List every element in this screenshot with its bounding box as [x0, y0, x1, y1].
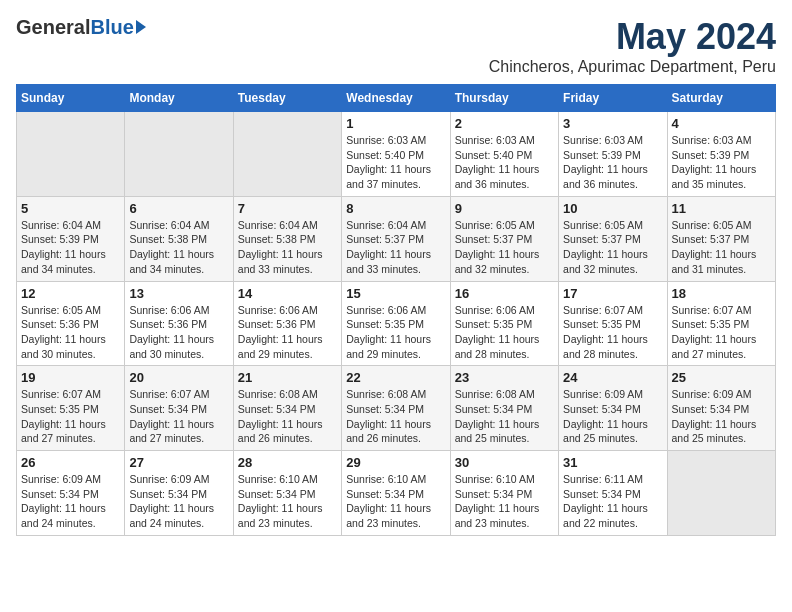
- calendar-cell: 2Sunrise: 6:03 AM Sunset: 5:40 PM Daylig…: [450, 112, 558, 197]
- day-info: Sunrise: 6:03 AM Sunset: 5:40 PM Dayligh…: [455, 133, 554, 192]
- calendar-cell: 31Sunrise: 6:11 AM Sunset: 5:34 PM Dayli…: [559, 451, 667, 536]
- day-info: Sunrise: 6:03 AM Sunset: 5:39 PM Dayligh…: [563, 133, 662, 192]
- calendar-cell: 9Sunrise: 6:05 AM Sunset: 5:37 PM Daylig…: [450, 196, 558, 281]
- calendar-cell: 8Sunrise: 6:04 AM Sunset: 5:37 PM Daylig…: [342, 196, 450, 281]
- day-info: Sunrise: 6:04 AM Sunset: 5:39 PM Dayligh…: [21, 218, 120, 277]
- calendar-cell: 20Sunrise: 6:07 AM Sunset: 5:34 PM Dayli…: [125, 366, 233, 451]
- calendar-cell: 26Sunrise: 6:09 AM Sunset: 5:34 PM Dayli…: [17, 451, 125, 536]
- calendar-day-header: Tuesday: [233, 85, 341, 112]
- day-number: 9: [455, 201, 554, 216]
- day-number: 18: [672, 286, 771, 301]
- calendar-cell: 28Sunrise: 6:10 AM Sunset: 5:34 PM Dayli…: [233, 451, 341, 536]
- calendar-cell: 1Sunrise: 6:03 AM Sunset: 5:40 PM Daylig…: [342, 112, 450, 197]
- day-info: Sunrise: 6:05 AM Sunset: 5:36 PM Dayligh…: [21, 303, 120, 362]
- day-number: 5: [21, 201, 120, 216]
- calendar-week-row: 26Sunrise: 6:09 AM Sunset: 5:34 PM Dayli…: [17, 451, 776, 536]
- day-number: 30: [455, 455, 554, 470]
- calendar-cell: 22Sunrise: 6:08 AM Sunset: 5:34 PM Dayli…: [342, 366, 450, 451]
- calendar-cell: [125, 112, 233, 197]
- day-number: 25: [672, 370, 771, 385]
- calendar-cell: 14Sunrise: 6:06 AM Sunset: 5:36 PM Dayli…: [233, 281, 341, 366]
- day-info: Sunrise: 6:04 AM Sunset: 5:38 PM Dayligh…: [129, 218, 228, 277]
- day-number: 17: [563, 286, 662, 301]
- day-info: Sunrise: 6:03 AM Sunset: 5:39 PM Dayligh…: [672, 133, 771, 192]
- main-title: May 2024: [489, 16, 776, 58]
- day-info: Sunrise: 6:05 AM Sunset: 5:37 PM Dayligh…: [563, 218, 662, 277]
- day-number: 3: [563, 116, 662, 131]
- title-block: May 2024 Chincheros, Apurimac Department…: [489, 16, 776, 76]
- logo-arrow-icon: [136, 20, 146, 34]
- calendar-cell: 10Sunrise: 6:05 AM Sunset: 5:37 PM Dayli…: [559, 196, 667, 281]
- calendar-cell: 24Sunrise: 6:09 AM Sunset: 5:34 PM Dayli…: [559, 366, 667, 451]
- day-info: Sunrise: 6:09 AM Sunset: 5:34 PM Dayligh…: [672, 387, 771, 446]
- calendar-cell: [667, 451, 775, 536]
- day-number: 2: [455, 116, 554, 131]
- calendar-cell: 3Sunrise: 6:03 AM Sunset: 5:39 PM Daylig…: [559, 112, 667, 197]
- day-number: 11: [672, 201, 771, 216]
- day-info: Sunrise: 6:06 AM Sunset: 5:36 PM Dayligh…: [129, 303, 228, 362]
- day-number: 23: [455, 370, 554, 385]
- calendar-header-row: SundayMondayTuesdayWednesdayThursdayFrid…: [17, 85, 776, 112]
- day-info: Sunrise: 6:05 AM Sunset: 5:37 PM Dayligh…: [672, 218, 771, 277]
- calendar-week-row: 12Sunrise: 6:05 AM Sunset: 5:36 PM Dayli…: [17, 281, 776, 366]
- calendar-cell: 23Sunrise: 6:08 AM Sunset: 5:34 PM Dayli…: [450, 366, 558, 451]
- calendar-cell: 4Sunrise: 6:03 AM Sunset: 5:39 PM Daylig…: [667, 112, 775, 197]
- day-info: Sunrise: 6:07 AM Sunset: 5:35 PM Dayligh…: [21, 387, 120, 446]
- calendar-day-header: Sunday: [17, 85, 125, 112]
- calendar-cell: 29Sunrise: 6:10 AM Sunset: 5:34 PM Dayli…: [342, 451, 450, 536]
- calendar-day-header: Thursday: [450, 85, 558, 112]
- day-info: Sunrise: 6:11 AM Sunset: 5:34 PM Dayligh…: [563, 472, 662, 531]
- day-info: Sunrise: 6:03 AM Sunset: 5:40 PM Dayligh…: [346, 133, 445, 192]
- day-number: 28: [238, 455, 337, 470]
- logo-general-text: General: [16, 16, 90, 39]
- calendar-week-row: 19Sunrise: 6:07 AM Sunset: 5:35 PM Dayli…: [17, 366, 776, 451]
- day-info: Sunrise: 6:06 AM Sunset: 5:35 PM Dayligh…: [346, 303, 445, 362]
- calendar-cell: [233, 112, 341, 197]
- calendar-cell: 16Sunrise: 6:06 AM Sunset: 5:35 PM Dayli…: [450, 281, 558, 366]
- day-info: Sunrise: 6:10 AM Sunset: 5:34 PM Dayligh…: [238, 472, 337, 531]
- day-number: 20: [129, 370, 228, 385]
- day-number: 1: [346, 116, 445, 131]
- day-number: 21: [238, 370, 337, 385]
- calendar-cell: 6Sunrise: 6:04 AM Sunset: 5:38 PM Daylig…: [125, 196, 233, 281]
- logo-blue-text: Blue: [90, 16, 133, 39]
- day-number: 4: [672, 116, 771, 131]
- calendar-cell: 30Sunrise: 6:10 AM Sunset: 5:34 PM Dayli…: [450, 451, 558, 536]
- day-number: 14: [238, 286, 337, 301]
- day-info: Sunrise: 6:04 AM Sunset: 5:37 PM Dayligh…: [346, 218, 445, 277]
- day-info: Sunrise: 6:09 AM Sunset: 5:34 PM Dayligh…: [563, 387, 662, 446]
- day-number: 19: [21, 370, 120, 385]
- calendar-day-header: Saturday: [667, 85, 775, 112]
- calendar-cell: 12Sunrise: 6:05 AM Sunset: 5:36 PM Dayli…: [17, 281, 125, 366]
- day-number: 13: [129, 286, 228, 301]
- day-number: 27: [129, 455, 228, 470]
- calendar-cell: 11Sunrise: 6:05 AM Sunset: 5:37 PM Dayli…: [667, 196, 775, 281]
- day-number: 22: [346, 370, 445, 385]
- logo: General Blue: [16, 16, 146, 39]
- calendar-cell: 7Sunrise: 6:04 AM Sunset: 5:38 PM Daylig…: [233, 196, 341, 281]
- day-info: Sunrise: 6:07 AM Sunset: 5:34 PM Dayligh…: [129, 387, 228, 446]
- day-number: 6: [129, 201, 228, 216]
- calendar-cell: 18Sunrise: 6:07 AM Sunset: 5:35 PM Dayli…: [667, 281, 775, 366]
- calendar-week-row: 1Sunrise: 6:03 AM Sunset: 5:40 PM Daylig…: [17, 112, 776, 197]
- subtitle: Chincheros, Apurimac Department, Peru: [489, 58, 776, 76]
- day-info: Sunrise: 6:08 AM Sunset: 5:34 PM Dayligh…: [346, 387, 445, 446]
- calendar-cell: [17, 112, 125, 197]
- calendar-day-header: Wednesday: [342, 85, 450, 112]
- day-number: 24: [563, 370, 662, 385]
- day-number: 16: [455, 286, 554, 301]
- calendar-cell: 27Sunrise: 6:09 AM Sunset: 5:34 PM Dayli…: [125, 451, 233, 536]
- calendar-week-row: 5Sunrise: 6:04 AM Sunset: 5:39 PM Daylig…: [17, 196, 776, 281]
- day-number: 29: [346, 455, 445, 470]
- day-number: 8: [346, 201, 445, 216]
- calendar-cell: 19Sunrise: 6:07 AM Sunset: 5:35 PM Dayli…: [17, 366, 125, 451]
- calendar-day-header: Monday: [125, 85, 233, 112]
- day-number: 15: [346, 286, 445, 301]
- day-number: 31: [563, 455, 662, 470]
- calendar-day-header: Friday: [559, 85, 667, 112]
- calendar-cell: 15Sunrise: 6:06 AM Sunset: 5:35 PM Dayli…: [342, 281, 450, 366]
- calendar-cell: 25Sunrise: 6:09 AM Sunset: 5:34 PM Dayli…: [667, 366, 775, 451]
- day-info: Sunrise: 6:08 AM Sunset: 5:34 PM Dayligh…: [455, 387, 554, 446]
- day-number: 10: [563, 201, 662, 216]
- calendar-cell: 5Sunrise: 6:04 AM Sunset: 5:39 PM Daylig…: [17, 196, 125, 281]
